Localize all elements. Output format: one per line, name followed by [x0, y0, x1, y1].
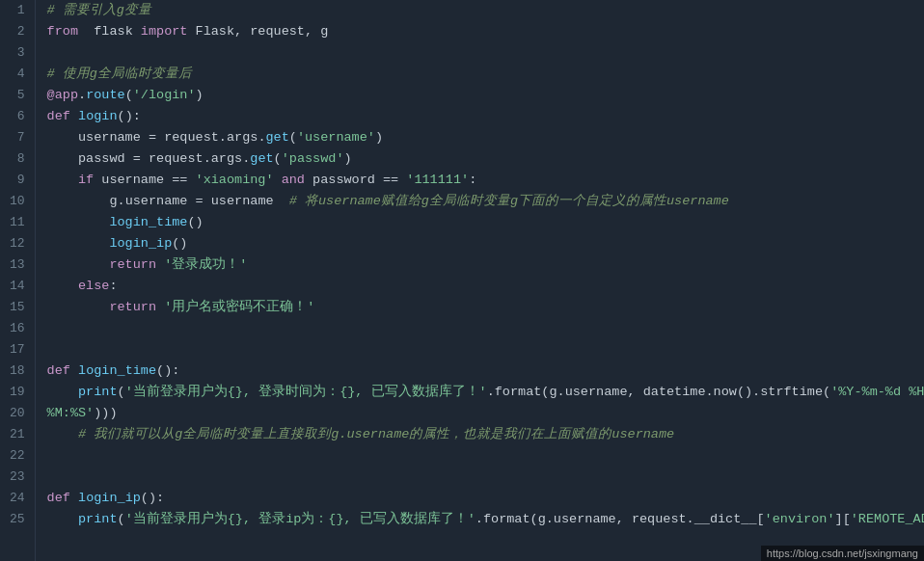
code-line-23	[47, 467, 912, 488]
line-7: 7	[10, 127, 25, 148]
code-line-3	[47, 42, 912, 64]
code-line-9: if username == 'xiaoming' and password =…	[47, 170, 912, 191]
code-line-18: def login_time():	[47, 361, 912, 382]
code-editor: 1 2 3 4 5 6 7 8 9 10 11 12 13 14 15 16 1…	[0, 0, 924, 561]
code-line-25: print('当前登录用户为{}, 登录ip为：{}, 已写入数据库了！'.fo…	[47, 509, 912, 530]
line-25: 25	[10, 509, 25, 530]
code-line-7: username = request.args.get('username')	[47, 127, 912, 148]
code-line-21: # 我们就可以从g全局临时变量上直接取到g.username的属性，也就是我们在…	[47, 424, 912, 445]
code-line-19: print('当前登录用户为{}, 登录时间为：{}, 已写入数据库了！'.fo…	[47, 382, 912, 403]
code-line-5: @app.route('/login')	[47, 85, 912, 106]
code-line-10: g.username = username # 将username赋值给g全局临…	[47, 191, 912, 212]
line-2: 2	[10, 21, 25, 42]
code-line-1: # 需要引入g变量	[47, 0, 912, 21]
line-3: 3	[10, 42, 25, 64]
line-4: 4	[10, 64, 25, 85]
line-6: 6	[10, 106, 25, 127]
code-line-16	[47, 318, 912, 339]
code-line-4: # 使用g全局临时变量后	[47, 64, 912, 85]
code-line-14: else:	[47, 276, 912, 297]
code-line-6: def login():	[47, 106, 912, 127]
line-15: 15	[10, 297, 25, 318]
url-bar: https://blog.csdn.net/jsxingmang	[761, 546, 924, 561]
line-19: 19	[10, 382, 25, 403]
line-10: 10	[10, 191, 25, 212]
line-16: 16	[10, 318, 25, 339]
line-21: 21	[10, 424, 25, 445]
code-content: # 需要引入g变量 from flask import Flask, reque…	[36, 0, 924, 561]
url-text: https://blog.csdn.net/jsxingmang	[767, 548, 918, 559]
line-20: 20	[10, 403, 25, 424]
line-23: 23	[10, 467, 25, 488]
line-12: 12	[10, 233, 25, 254]
line-22: 22	[10, 445, 25, 467]
line-9: 9	[10, 170, 25, 191]
code-line-8: passwd = request.args.get('passwd')	[47, 148, 912, 170]
code-line-11: login_time()	[47, 212, 912, 233]
code-line-22	[47, 445, 912, 467]
line-5: 5	[10, 85, 25, 106]
code-line-13: return '登录成功！'	[47, 254, 912, 276]
line-17: 17	[10, 339, 25, 361]
code-line-12: login_ip()	[47, 233, 912, 254]
code-line-17	[47, 339, 912, 361]
code-line-15: return '用户名或密码不正确！'	[47, 297, 912, 318]
line-number-gutter: 1 2 3 4 5 6 7 8 9 10 11 12 13 14 15 16 1…	[0, 0, 36, 561]
line-11: 11	[10, 212, 25, 233]
line-24: 24	[10, 488, 25, 509]
line-14: 14	[10, 276, 25, 297]
line-13: 13	[10, 254, 25, 276]
code-line-2: from flask import Flask, request, g	[47, 21, 912, 42]
line-18: 18	[10, 361, 25, 382]
line-8: 8	[10, 148, 25, 170]
code-line-20: %M:%S')))	[47, 403, 912, 424]
code-line-24: def login_ip():	[47, 488, 912, 509]
line-1: 1	[10, 0, 25, 21]
